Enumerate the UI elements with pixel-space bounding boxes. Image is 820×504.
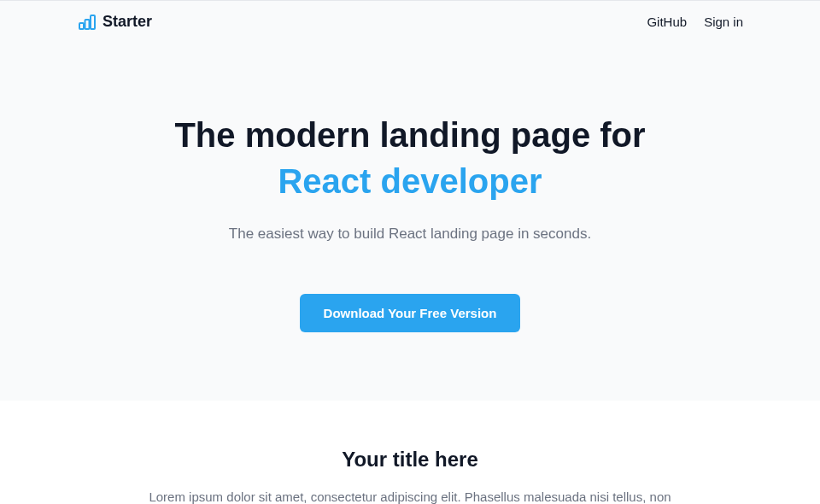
feature-title: Your title here: [77, 448, 743, 472]
brand-name: Starter: [102, 13, 152, 31]
feature-description: Lorem ipsum dolor sit amet, consectetur …: [137, 487, 683, 504]
hero-title-line1: The modern landing page for: [77, 114, 743, 155]
hero-subtitle: The easiest way to build React landing p…: [77, 226, 743, 243]
top-nav: Starter GitHub Sign in: [77, 1, 743, 42]
nav-links: GitHub Sign in: [647, 15, 743, 29]
nav-link-signin[interactable]: Sign in: [704, 15, 743, 29]
hero-content: The modern landing page for React develo…: [77, 42, 743, 332]
brand-logo-link[interactable]: Starter: [77, 11, 152, 32]
bar-chart-icon: [77, 11, 97, 32]
download-button[interactable]: Download Your Free Version: [300, 294, 521, 332]
feature-section: Your title here Lorem ipsum dolor sit am…: [77, 401, 743, 504]
svg-rect-2: [91, 15, 95, 29]
hero-section: Starter GitHub Sign in The modern landin…: [0, 0, 820, 401]
hero-title-line2: React developer: [77, 161, 743, 202]
nav-link-github[interactable]: GitHub: [647, 15, 687, 29]
svg-rect-1: [85, 20, 90, 29]
svg-rect-0: [79, 23, 84, 29]
